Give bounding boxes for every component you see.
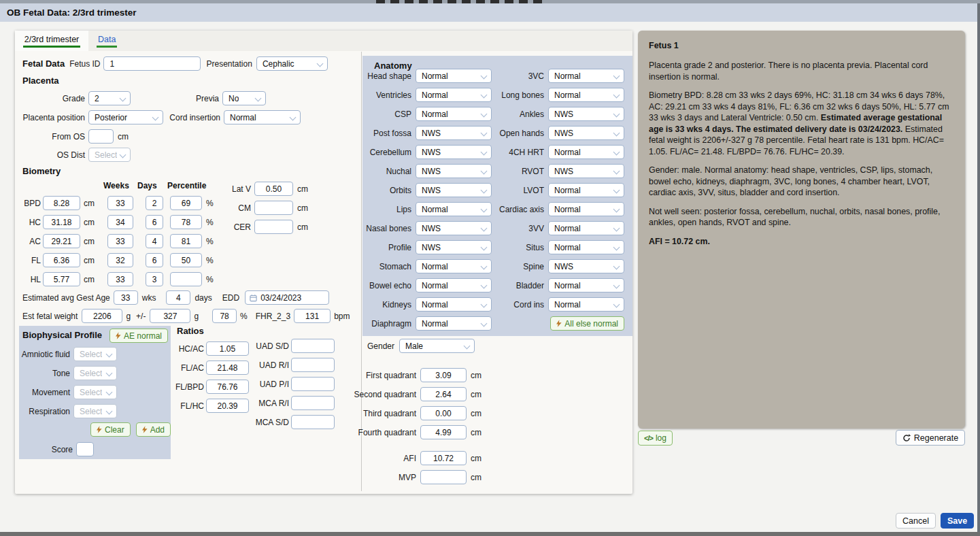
grade-select[interactable]: 2	[88, 91, 131, 105]
hc-days-input[interactable]	[146, 215, 163, 229]
lvot-select[interactable]: Normal	[548, 183, 624, 197]
calendar-icon	[250, 294, 257, 302]
mvp-input[interactable]	[420, 470, 467, 484]
fl-percentile-input[interactable]	[170, 253, 202, 267]
gest-weeks-input[interactable]	[114, 290, 138, 305]
uad-ri-input[interactable]	[291, 358, 335, 372]
cardiac-axis-select[interactable]: Normal	[548, 202, 624, 216]
movement-select[interactable]: Select	[73, 385, 117, 399]
uad-ri-row: UAD R/I	[250, 358, 335, 372]
bpd-weeks-input[interactable]	[107, 196, 133, 210]
first-quadrant-input[interactable]	[420, 368, 467, 382]
add-button[interactable]: Add	[136, 422, 171, 437]
fl-days-input[interactable]	[146, 253, 163, 267]
cancel-button[interactable]: Cancel	[896, 513, 936, 529]
afi-input[interactable]	[420, 451, 467, 465]
fl-weeks-input[interactable]	[107, 253, 133, 267]
mca-ri-label: MCA R/I	[250, 399, 289, 408]
4ch-hrt-row: 4CH HRTNormal	[471, 145, 624, 159]
fl-bpd-input[interactable]	[206, 380, 249, 394]
long-bones-select[interactable]: Normal	[548, 88, 624, 102]
tab-trimester[interactable]: 2/3rd trimester	[15, 31, 88, 51]
rvot-label: RVOT	[471, 167, 548, 176]
tab-data[interactable]: Data	[97, 31, 117, 51]
ac-weeks-input[interactable]	[107, 234, 133, 248]
amniotic-fluid-select[interactable]: Select	[73, 347, 117, 361]
save-button[interactable]: Save	[941, 513, 974, 529]
open-hands-select[interactable]: NWS	[548, 126, 624, 140]
bladder-select[interactable]: Normal	[548, 278, 624, 292]
cer-input[interactable]	[254, 220, 293, 234]
cord-insertion-select[interactable]: Normal	[224, 110, 301, 124]
edd-date-input[interactable]: 03/24/2023	[245, 290, 329, 305]
gender-select[interactable]: Male	[399, 339, 475, 353]
3vc-select[interactable]: Normal	[548, 69, 624, 83]
gest-age-label: Estimated avg Gest Age	[22, 293, 110, 303]
second-quadrant-unit: cm	[471, 390, 481, 399]
efw-row: Est fetal weight g +/- g % FHR_2_3 bpm	[22, 309, 350, 323]
cm-input[interactable]	[254, 201, 293, 215]
csp-label: CSP	[362, 110, 416, 119]
from-os-row: From OS cm	[22, 129, 129, 144]
fl-value-input[interactable]	[43, 253, 80, 267]
lat-v-input[interactable]	[254, 182, 293, 196]
hc-percentile-input[interactable]	[170, 215, 202, 229]
4ch-hrt-select[interactable]: Normal	[548, 145, 624, 159]
mca-sd-input[interactable]	[291, 415, 335, 429]
third-quadrant-input[interactable]	[420, 406, 467, 420]
uad-sd-input[interactable]	[291, 339, 335, 353]
fl-hc-input[interactable]	[206, 399, 249, 413]
tone-select[interactable]: Select	[73, 366, 117, 380]
gest-days-input[interactable]	[166, 290, 190, 305]
spine-select[interactable]: NWS	[548, 259, 624, 273]
cer-row: CER cm	[219, 220, 308, 234]
ankles-select[interactable]: NWS	[548, 107, 624, 121]
chevron-down-icon	[106, 370, 113, 377]
cord-ins-select[interactable]: Normal	[548, 297, 624, 312]
hl-value-input[interactable]	[43, 272, 80, 286]
from-os-input[interactable]	[88, 129, 114, 144]
efw-percentile-input[interactable]	[212, 309, 237, 323]
hc-weeks-input[interactable]	[107, 215, 133, 229]
rvot-select[interactable]: NWS	[548, 164, 624, 178]
hl-percentile-input[interactable]	[170, 272, 202, 286]
all-else-normal-button[interactable]: All else normal	[550, 316, 624, 331]
report-paragraph-placenta: Placenta grade 2 and posterior. There is…	[649, 60, 954, 82]
bpd-percentile-input[interactable]	[170, 196, 202, 210]
efw-pm-input[interactable]	[150, 309, 190, 323]
mca-ri-input[interactable]	[291, 396, 335, 410]
log-button[interactable]: </>log	[638, 431, 673, 446]
placenta-position-select[interactable]: Posterior	[88, 110, 163, 124]
efw-input[interactable]	[82, 309, 122, 323]
second-quadrant-input[interactable]	[420, 387, 467, 401]
ae-normal-button[interactable]: AE normal	[109, 329, 168, 343]
hl-weeks-input[interactable]	[107, 272, 133, 286]
fourth-quadrant-input[interactable]	[420, 425, 467, 439]
regenerate-button[interactable]: Regenerate	[896, 430, 965, 446]
fhr-input[interactable]	[294, 309, 331, 323]
score-input[interactable]	[76, 442, 94, 456]
hc-ac-input[interactable]	[206, 341, 249, 356]
respiration-select[interactable]: Select	[73, 404, 117, 418]
hl-days-input[interactable]	[146, 272, 163, 286]
fetus-id-input[interactable]	[103, 56, 201, 71]
fl-ac-label: FL/AC	[171, 363, 204, 373]
situs-select[interactable]: Normal	[548, 240, 624, 254]
os-dist-select[interactable]: Select	[88, 148, 131, 162]
uad-pi-input[interactable]	[291, 377, 335, 391]
clear-button[interactable]: Clear	[90, 422, 131, 437]
bpd-value-input[interactable]	[43, 196, 80, 210]
presentation-select[interactable]: Cephalic	[256, 56, 328, 71]
hl-percent-sign: %	[206, 275, 214, 284]
dialog-title-bar: OB Fetal Data: 2/3rd trimester	[0, 3, 977, 22]
first-quadrant-unit: cm	[471, 371, 481, 380]
ac-days-input[interactable]	[146, 234, 163, 248]
placenta-position-label: Placenta position	[22, 113, 85, 122]
3vv-select[interactable]: Normal	[548, 221, 624, 235]
ac-percentile-input[interactable]	[170, 234, 202, 248]
fl-ac-input[interactable]	[206, 361, 249, 375]
bpd-days-input[interactable]	[146, 196, 163, 210]
ac-value-input[interactable]	[43, 234, 80, 248]
hc-value-input[interactable]	[43, 215, 80, 229]
previa-select[interactable]: No	[222, 91, 266, 105]
